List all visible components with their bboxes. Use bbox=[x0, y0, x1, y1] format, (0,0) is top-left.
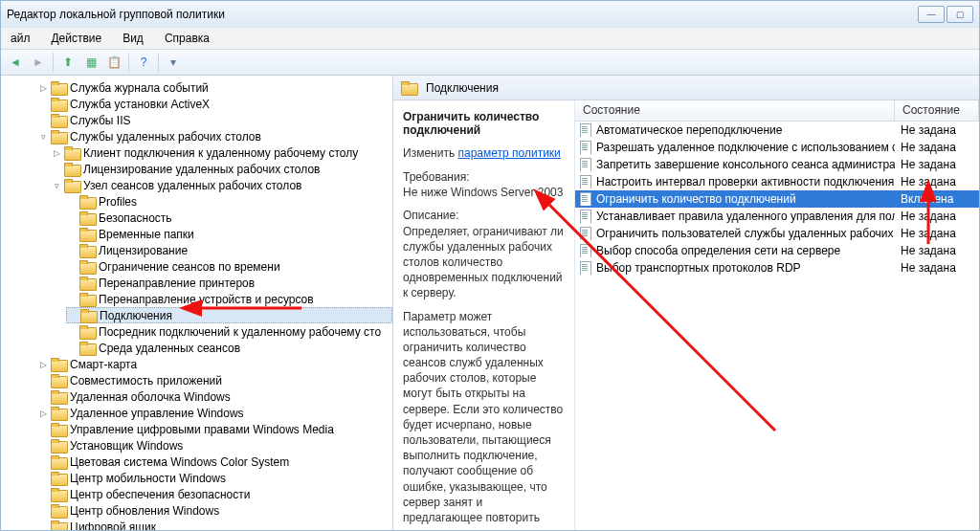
right-header: Подключения bbox=[393, 76, 979, 100]
menu-view[interactable]: Вид bbox=[117, 30, 149, 47]
menubar: айл Действие Вид Справка bbox=[1, 28, 979, 49]
tree-node[interactable]: Лицензирование bbox=[66, 242, 392, 258]
tree-node-label: Перенаправление принтеров bbox=[99, 277, 255, 290]
tree-node[interactable]: ▷Служба журнала событий bbox=[35, 79, 392, 96]
tree-node[interactable]: Среда удаленных сеансов bbox=[66, 340, 392, 356]
policy-row[interactable]: Автоматическое переподключениеНе задана bbox=[575, 122, 979, 139]
tree-node[interactable]: ▿Службы удаленных рабочих столов bbox=[35, 128, 392, 144]
policy-row[interactable]: Выбор транспортных протоколов RDPНе зада… bbox=[575, 259, 979, 277]
tree-node[interactable]: ▿Узел сеансов удаленных рабочих столов bbox=[51, 177, 392, 193]
policy-row[interactable]: Запретить завершение консольного сеанса … bbox=[575, 156, 979, 173]
tree-node[interactable]: Посредник подключений к удаленному рабоч… bbox=[66, 323, 392, 340]
expand-icon bbox=[37, 489, 49, 500]
folder-icon bbox=[51, 423, 66, 435]
tree-node[interactable]: Служба установки ActiveX bbox=[35, 96, 392, 112]
policy-icon bbox=[579, 227, 592, 240]
expand-icon bbox=[37, 375, 49, 387]
tree-node-label: Службы IIS bbox=[70, 114, 130, 127]
tree-node-label: Безопасность bbox=[99, 211, 172, 225]
folder-icon bbox=[51, 520, 66, 530]
expand-icon[interactable]: ▷ bbox=[37, 82, 49, 94]
tree-node[interactable]: Центр обеспечения безопасности bbox=[35, 486, 392, 502]
titlebar: Редактор локальной групповой политики — … bbox=[1, 1, 979, 28]
tree-node[interactable]: Подключения bbox=[66, 307, 392, 323]
expand-icon bbox=[66, 229, 78, 240]
policy-name: Выбор транспортных протоколов RDP bbox=[596, 261, 801, 275]
minimize-button[interactable]: — bbox=[918, 6, 945, 23]
tree-node-label: Служба журнала событий bbox=[70, 81, 209, 95]
back-button[interactable]: ◄ bbox=[5, 52, 26, 73]
tree-node[interactable]: Удаленная оболочка Windows bbox=[35, 388, 392, 405]
menu-help[interactable]: Справка bbox=[159, 30, 215, 47]
tree-node[interactable]: Перенаправление принтеров bbox=[66, 275, 392, 291]
tree-node[interactable]: Центр мобильности Windows bbox=[35, 470, 392, 486]
tree-node[interactable]: ▷Клиент подключения к удаленному рабочем… bbox=[51, 144, 392, 161]
tree-node[interactable]: Временные папки bbox=[66, 226, 392, 242]
tree-node[interactable]: Profiles bbox=[66, 193, 392, 210]
expand-icon bbox=[37, 424, 49, 435]
tree-node[interactable]: Службы IIS bbox=[35, 112, 392, 128]
policy-row[interactable]: Разрешать удаленное подключение с исполь… bbox=[575, 139, 979, 156]
policy-icon bbox=[579, 244, 592, 257]
forward-button[interactable]: ► bbox=[28, 52, 49, 73]
tree-node[interactable]: ▷Смарт-карта bbox=[35, 356, 392, 372]
tree-node-label: Перенаправление устройств и ресурсов bbox=[99, 293, 314, 306]
help-button[interactable]: ? bbox=[133, 52, 154, 73]
policy-name: Устанавливает правила удаленного управле… bbox=[596, 210, 895, 223]
tree-node[interactable]: Установщик Windows bbox=[35, 437, 392, 454]
expand-icon[interactable]: ▷ bbox=[37, 359, 49, 370]
expand-icon bbox=[37, 391, 49, 403]
tree-node[interactable]: Цветовая система Windows Color System bbox=[35, 454, 392, 470]
tree-pane[interactable]: ▷Служба журнала событийСлужба установки … bbox=[1, 76, 393, 530]
up-button[interactable]: ⬆ bbox=[57, 52, 78, 73]
policy-row[interactable]: Устанавливает правила удаленного управле… bbox=[575, 208, 979, 225]
expand-icon[interactable]: ▷ bbox=[51, 147, 62, 159]
policy-state: Не задана bbox=[895, 141, 979, 154]
collapse-icon[interactable]: ▿ bbox=[51, 180, 62, 191]
col-header-state[interactable]: Состояние bbox=[895, 100, 979, 121]
policy-row[interactable]: Выбор способа определения сети на сервер… bbox=[575, 242, 979, 259]
description-body: Определяет, ограничивают ли службы удале… bbox=[403, 225, 564, 300]
col-header-name[interactable]: Состояние bbox=[575, 100, 895, 121]
tree-node-label: Profiles bbox=[99, 195, 137, 209]
tree-node[interactable]: ▷Удаленное управление Windows bbox=[35, 405, 392, 421]
expand-icon bbox=[37, 505, 49, 517]
folder-icon bbox=[64, 179, 79, 191]
tree-node[interactable]: Ограничение сеансов по времени bbox=[66, 258, 392, 275]
tree-node[interactable]: Цифровой ящик bbox=[35, 519, 392, 530]
policy-row[interactable]: Ограничить количество подключенийВключен… bbox=[575, 190, 979, 208]
policy-icon bbox=[579, 210, 592, 223]
tree-node-label: Центр мобильности Windows bbox=[70, 472, 226, 485]
maximize-button[interactable]: ▢ bbox=[947, 6, 973, 23]
folder-icon bbox=[79, 342, 95, 354]
policy-state: Не задана bbox=[895, 210, 979, 223]
description-label: Описание: bbox=[403, 209, 459, 222]
grid-rows[interactable]: Автоматическое переподключениеНе заданаР… bbox=[575, 122, 979, 530]
tree-node-label: Удаленное управление Windows bbox=[70, 407, 244, 420]
tree-node[interactable]: Управление цифровыми правами Windows Med… bbox=[35, 421, 392, 437]
tree-node[interactable]: Центр обновления Windows bbox=[35, 502, 392, 519]
filter-button[interactable]: ▾ bbox=[163, 52, 184, 73]
tree-node[interactable]: Лицензирование удаленных рабочих столов bbox=[51, 161, 392, 177]
expand-icon bbox=[37, 115, 49, 126]
policy-row[interactable]: Настроить интервал проверки активности п… bbox=[575, 173, 979, 190]
tree-node-label: Цветовая система Windows Color System bbox=[70, 455, 289, 469]
tree-node[interactable]: Безопасность bbox=[66, 210, 392, 226]
edit-link-line: Изменить параметр политики bbox=[403, 146, 565, 160]
policy-icon bbox=[579, 141, 592, 154]
tree-node[interactable]: Совместимость приложений bbox=[35, 372, 392, 388]
policy-state: Не задана bbox=[895, 244, 979, 257]
policy-icon bbox=[579, 123, 592, 137]
menu-file[interactable]: айл bbox=[5, 30, 35, 47]
expand-icon[interactable]: ▷ bbox=[37, 408, 49, 419]
export-button[interactable]: 📋 bbox=[103, 52, 124, 73]
show-hide-button[interactable]: ▦ bbox=[80, 52, 101, 73]
expand-icon bbox=[67, 310, 78, 321]
policy-state: Не задана bbox=[895, 227, 979, 240]
edit-policy-link[interactable]: параметр политики bbox=[457, 146, 560, 160]
tree-node[interactable]: Перенаправление устройств и ресурсов bbox=[66, 291, 392, 307]
expand-icon[interactable]: ▿ bbox=[37, 131, 49, 143]
menu-action[interactable]: Действие bbox=[45, 30, 107, 47]
policy-row[interactable]: Ограничить пользователей службы удаленны… bbox=[575, 225, 979, 242]
policy-grid: Состояние Состояние Автоматическое переп… bbox=[575, 100, 979, 530]
